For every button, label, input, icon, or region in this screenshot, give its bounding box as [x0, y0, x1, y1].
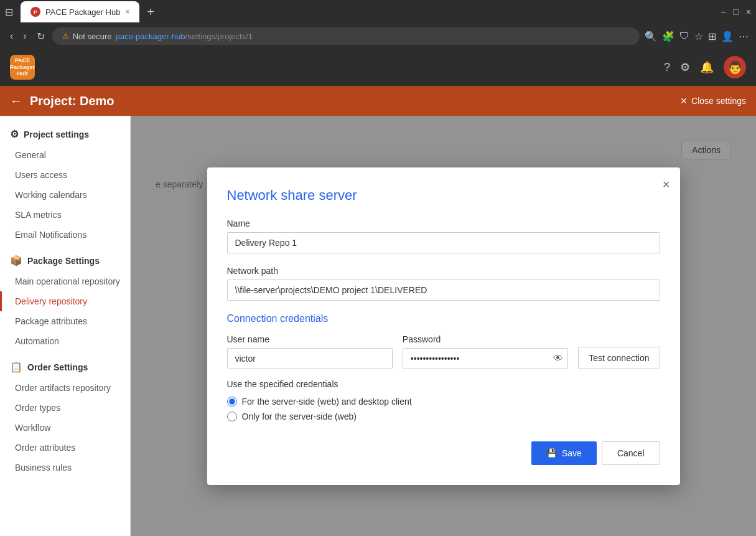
- sidebar-item-order-types[interactable]: Order types: [0, 398, 130, 418]
- search-icon[interactable]: 🔍: [645, 31, 657, 42]
- menu-icon[interactable]: ⋯: [739, 31, 749, 42]
- network-share-server-modal: × Network share server Name Network path…: [207, 167, 680, 485]
- save-icon: 💾: [546, 448, 557, 458]
- network-path-label: Network path: [227, 266, 660, 276]
- content-area: Actions e separately × Network share ser…: [131, 116, 756, 536]
- network-path-field-group: Network path: [227, 266, 660, 301]
- notifications-bell-icon[interactable]: 🔔: [700, 60, 714, 74]
- radio-group: For the server-side (web) and desktop cl…: [227, 397, 660, 421]
- credentials-note: Use the specified credentials: [227, 379, 660, 389]
- password-input[interactable]: [403, 348, 568, 369]
- forward-nav-button[interactable]: ›: [21, 28, 29, 44]
- sidebar-item-delivery-repository[interactable]: Delivery repository: [0, 291, 130, 311]
- username-input[interactable]: [227, 348, 393, 369]
- modal-footer: 💾 Save Cancel: [227, 441, 660, 465]
- sidebar-item-workflow[interactable]: Workflow: [0, 418, 130, 438]
- back-nav-button[interactable]: ‹: [7, 28, 16, 44]
- order-settings-icon: 📋: [10, 361, 22, 373]
- radio-web-only-input[interactable]: [227, 411, 237, 421]
- sidebar-item-business-rules[interactable]: Business rules: [0, 458, 130, 477]
- close-settings-label: Close settings: [691, 96, 746, 106]
- radio-web-only-option[interactable]: Only for the server-side (web): [227, 411, 660, 421]
- active-tab[interactable]: P PACE Packager Hub ×: [21, 1, 139, 22]
- url-display: pace-packager-hub/settings/projects/1: [116, 32, 253, 41]
- order-settings-header: 📋 Order Settings: [0, 356, 130, 378]
- extensions-icon[interactable]: 🧩: [662, 31, 674, 42]
- settings-gear-icon[interactable]: ⚙: [680, 60, 690, 74]
- sidebar-item-sla-metrics[interactable]: SLA metrics: [0, 205, 130, 225]
- address-input-bar[interactable]: ⚠ Not secure pace-packager-hub/settings/…: [52, 27, 640, 45]
- tab-close-button[interactable]: ×: [125, 7, 129, 16]
- shield-icon[interactable]: 🛡: [679, 31, 689, 42]
- sidebar-item-package-attributes[interactable]: Package attributes: [0, 311, 130, 331]
- project-bar: ← Project: Demo ✕ Close settings: [0, 86, 756, 116]
- sidebar-toggle-icon[interactable]: ⊟: [5, 6, 13, 18]
- nav-icons: ⊟: [5, 6, 13, 18]
- maximize-button[interactable]: □: [733, 7, 738, 17]
- radio-both-option[interactable]: For the server-side (web) and desktop cl…: [227, 397, 660, 407]
- modal-title: Network share server: [227, 187, 660, 204]
- address-bar: ‹ › ↻ ⚠ Not secure pace-packager-hub/set…: [0, 24, 756, 49]
- name-field-group: Name: [227, 219, 660, 253]
- order-settings-section: 📋 Order Settings Order artifacts reposit…: [0, 356, 130, 477]
- save-button[interactable]: 💾 Save: [531, 441, 597, 465]
- radio-both-input[interactable]: [227, 397, 237, 407]
- security-warning-icon: ⚠: [62, 32, 69, 40]
- password-wrapper: 👁: [403, 348, 568, 369]
- password-col: Password 👁: [403, 334, 568, 369]
- project-settings-section: ⚙ Project settings General Users access …: [0, 123, 130, 245]
- close-settings-button[interactable]: ✕ Close settings: [680, 96, 746, 106]
- test-connection-button[interactable]: Test connection: [578, 347, 660, 369]
- name-label: Name: [227, 219, 660, 228]
- username-label: User name: [227, 334, 393, 344]
- sidebar-item-order-attributes[interactable]: Order attributes: [0, 438, 130, 458]
- project-settings-icon: ⚙: [10, 128, 19, 140]
- package-settings-header: 📦 Package Settings: [0, 250, 130, 271]
- minimize-button[interactable]: −: [721, 7, 726, 17]
- close-settings-x-icon: ✕: [680, 96, 688, 106]
- sidebar-item-working-calendars[interactable]: Working calendars: [0, 185, 130, 205]
- sidebar-item-automation[interactable]: Automation: [0, 331, 130, 351]
- save-label: Save: [562, 448, 582, 458]
- new-tab-button[interactable]: +: [142, 5, 159, 19]
- name-input[interactable]: [227, 232, 660, 253]
- password-toggle-icon[interactable]: 👁: [553, 353, 563, 364]
- password-label: Password: [403, 334, 568, 344]
- modal-close-button[interactable]: ×: [663, 177, 670, 192]
- test-connection-col: Test connection: [578, 347, 660, 369]
- cancel-button[interactable]: Cancel: [602, 441, 660, 465]
- browser-actions: 🔍 🧩 🛡 ☆ ⊞ 👤 ⋯: [645, 31, 749, 42]
- project-title: Project: Demo: [30, 94, 114, 108]
- profile-icon[interactable]: 👤: [721, 31, 734, 42]
- package-settings-label: Package Settings: [27, 256, 100, 266]
- window-controls: − □ ×: [721, 7, 751, 17]
- credentials-subtitle: Connection credentials: [227, 313, 660, 324]
- radio-both-label: For the server-side (web) and desktop cl…: [242, 397, 412, 407]
- username-col: User name: [227, 334, 393, 369]
- collections-icon[interactable]: ⊞: [708, 31, 716, 42]
- tab-favicon: P: [30, 7, 40, 17]
- header-right-icons: ? ⚙ 🔔 👨: [664, 56, 746, 78]
- network-path-input[interactable]: [227, 280, 660, 301]
- package-settings-icon: 📦: [10, 255, 22, 266]
- close-window-button[interactable]: ×: [746, 7, 751, 17]
- modal-overlay: × Network share server Name Network path…: [131, 116, 756, 536]
- sidebar-item-users-access[interactable]: Users access: [0, 165, 130, 185]
- app-logo: PACE Packager Hub: [10, 55, 35, 80]
- credentials-options-group: Use the specified credentials For the se…: [227, 379, 660, 421]
- main-content: ⚙ Project settings General Users access …: [0, 116, 756, 536]
- refresh-nav-button[interactable]: ↻: [34, 28, 47, 45]
- app-container: PACE Packager Hub ? ⚙ 🔔 👨 ← Project: Dem…: [0, 49, 756, 536]
- project-settings-label: Project settings: [24, 129, 89, 139]
- sidebar-item-order-artifacts-repo[interactable]: Order artifacts repository: [0, 378, 130, 398]
- sidebar-item-main-operational-repo[interactable]: Main operational repository: [0, 271, 130, 291]
- favorites-icon[interactable]: ☆: [694, 31, 703, 42]
- user-avatar[interactable]: 👨: [724, 56, 746, 78]
- sidebar-item-email-notifications[interactable]: Email Notifications: [0, 225, 130, 245]
- sidebar-item-general[interactable]: General: [0, 145, 130, 165]
- browser-window: ⊟ P PACE Packager Hub × + − □ × ‹ › ↻ ⚠ …: [0, 0, 756, 536]
- back-button[interactable]: ←: [10, 94, 22, 108]
- sidebar: ⚙ Project settings General Users access …: [0, 116, 131, 536]
- help-icon[interactable]: ?: [664, 61, 670, 74]
- tab-title: PACE Packager Hub: [45, 7, 120, 17]
